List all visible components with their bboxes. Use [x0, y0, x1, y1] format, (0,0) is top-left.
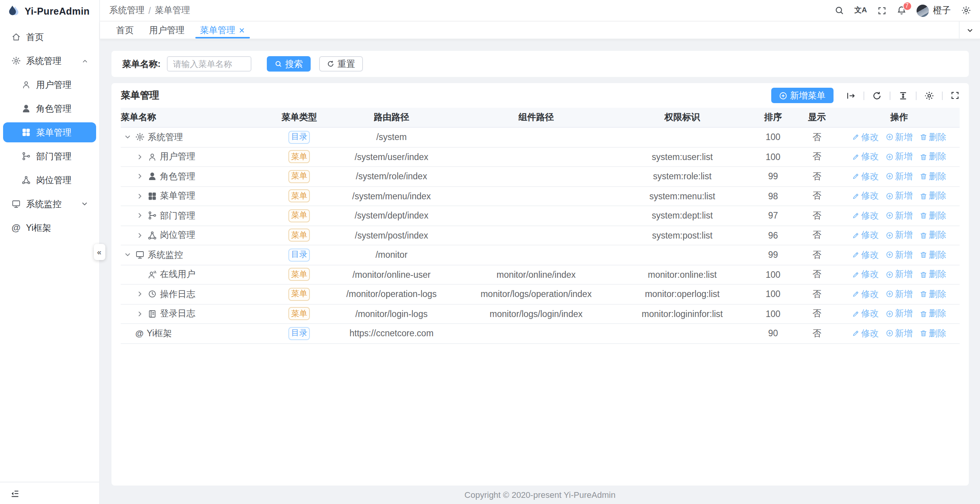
del-row-button[interactable]: 删除	[920, 308, 947, 320]
row-expand-icon[interactable]	[136, 192, 145, 200]
del-row-button-label: 删除	[929, 230, 947, 241]
edit-row-button[interactable]: 修改	[852, 230, 879, 241]
search-button[interactable]: 搜索	[267, 56, 311, 72]
breadcrumb-item-last: 菜单管理	[155, 5, 190, 16]
collapse-sidebar-icon[interactable]	[10, 488, 20, 498]
sidebar-item-dept[interactable]: 部门管理	[3, 146, 96, 166]
row-expand-icon[interactable]	[124, 251, 132, 259]
sidebar-item-post[interactable]: 岗位管理	[3, 170, 96, 190]
sidebar-item-user-solid[interactable]: 角色管理	[3, 98, 96, 118]
cell-permission	[613, 127, 752, 147]
edit-row-button[interactable]: 修改	[852, 308, 879, 320]
tab-close-icon[interactable]	[238, 27, 245, 33]
add-row-button[interactable]: 新增	[886, 308, 913, 320]
row-density-icon[interactable]	[898, 90, 908, 100]
breadcrumb-item-first[interactable]: 系统管理	[109, 5, 145, 16]
translate-icon[interactable]: 文A	[854, 5, 867, 15]
sidebar-item-at[interactable]: @Yi框架	[3, 218, 96, 238]
row-expand-icon[interactable]	[136, 310, 145, 318]
add-row-button[interactable]: 新增	[886, 171, 913, 182]
cell-visible: 否	[795, 167, 839, 186]
search-icon[interactable]	[834, 5, 844, 15]
menu-type-badge: 菜单	[288, 307, 310, 320]
add-row-button[interactable]: 新增	[886, 210, 913, 222]
edit-pencil-icon	[852, 153, 860, 161]
add-row-button[interactable]: 新增	[886, 190, 913, 202]
edit-pencil-icon	[852, 232, 860, 239]
add-row-button[interactable]: 新增	[886, 328, 913, 339]
add-row-button[interactable]: 新增	[886, 289, 913, 300]
menu-table-card: 菜单管理 新增菜单	[111, 83, 968, 486]
del-row-button[interactable]: 删除	[920, 210, 947, 222]
add-row-button[interactable]: 新增	[886, 269, 913, 280]
tab-3[interactable]: 菜单管理	[192, 22, 253, 38]
del-row-button[interactable]: 删除	[920, 151, 947, 163]
del-row-button[interactable]: 删除	[920, 190, 947, 202]
edit-row-button[interactable]: 修改	[852, 289, 879, 300]
add-row-button[interactable]: 新增	[886, 249, 913, 261]
sidebar-item-gear[interactable]: 系统管理	[3, 51, 96, 71]
tab-more-button[interactable]	[958, 22, 980, 38]
menu-type-badge: 菜单	[288, 229, 310, 242]
row-expand-icon[interactable]	[136, 290, 145, 298]
edit-row-button[interactable]: 修改	[852, 132, 879, 143]
sidebar-item-user[interactable]: 用户管理	[3, 75, 96, 95]
row-expand-icon[interactable]	[136, 212, 145, 220]
tab-1[interactable]: 首页	[108, 22, 141, 38]
sidebar-collapse-pill[interactable]: «	[93, 244, 105, 260]
avatar[interactable]	[916, 4, 928, 17]
fullscreen-icon[interactable]	[877, 6, 886, 15]
edit-row-button[interactable]: 修改	[852, 151, 879, 163]
reset-button[interactable]: 重置	[319, 56, 363, 72]
plus-circle-icon	[886, 271, 893, 279]
del-row-button[interactable]: 删除	[920, 328, 947, 339]
row-expand-icon[interactable]	[124, 134, 132, 141]
export-icon[interactable]	[845, 90, 855, 100]
row-expand-icon[interactable]	[136, 173, 145, 180]
add-row-button[interactable]: 新增	[886, 151, 913, 163]
table-row: 部门管理菜单/system/dept/indexsystem:dept:list…	[121, 206, 959, 225]
del-row-button[interactable]: 删除	[920, 132, 947, 143]
add-row-button[interactable]: 新增	[886, 132, 913, 143]
edit-row-button[interactable]: 修改	[852, 190, 879, 202]
edit-row-button-label: 修改	[861, 249, 879, 261]
del-row-button[interactable]: 删除	[920, 249, 947, 261]
add-row-button[interactable]: 新增	[886, 230, 913, 241]
collapse-pill-glyph: «	[97, 248, 101, 256]
sidebar-item-monitor[interactable]: 系统监控	[3, 194, 96, 214]
del-row-button-label: 删除	[929, 132, 947, 143]
trash-icon	[920, 251, 927, 259]
plus-circle-icon	[886, 212, 893, 220]
row-expand-icon[interactable]	[136, 153, 145, 161]
cell-component-path	[459, 225, 613, 245]
row-expand-icon[interactable]	[136, 232, 145, 239]
table-fullscreen-icon[interactable]	[950, 91, 959, 100]
refresh-table-icon[interactable]	[872, 90, 882, 100]
user-name[interactable]: 橙子	[933, 5, 951, 16]
reset-button-label: 重置	[338, 58, 355, 70]
del-row-button[interactable]: 删除	[920, 289, 947, 300]
plus-circle-icon	[886, 251, 893, 259]
menu-name-input[interactable]	[167, 56, 251, 72]
edit-row-button[interactable]: 修改	[852, 171, 879, 182]
edit-row-button[interactable]: 修改	[852, 269, 879, 280]
add-menu-button[interactable]: 新增菜单	[771, 88, 833, 103]
bell-icon[interactable]: 7	[896, 5, 906, 15]
edit-row-button[interactable]: 修改	[852, 210, 879, 222]
sidebar-item-grid[interactable]: 菜单管理	[3, 122, 96, 142]
del-row-button[interactable]: 删除	[920, 269, 947, 280]
edit-row-button[interactable]: 修改	[852, 328, 879, 339]
del-row-button[interactable]: 删除	[920, 171, 947, 182]
table-row: 登录日志菜单/monitor/login-logsmonitor/logs/lo…	[121, 304, 959, 324]
cell-sort: 99	[752, 167, 795, 186]
column-settings-icon[interactable]	[924, 90, 934, 100]
logo[interactable]: Yi-PureAdmin	[0, 0, 99, 22]
tab-2[interactable]: 用户管理	[141, 22, 192, 38]
cell-route-path: /system/menu/index	[324, 186, 459, 206]
del-row-button[interactable]: 删除	[920, 230, 947, 241]
sidebar-item-home[interactable]: 首页	[3, 27, 96, 47]
settings-gear-icon[interactable]	[961, 5, 971, 15]
edit-pencil-icon	[852, 192, 860, 200]
edit-row-button-label: 修改	[861, 210, 879, 222]
edit-row-button[interactable]: 修改	[852, 249, 879, 261]
